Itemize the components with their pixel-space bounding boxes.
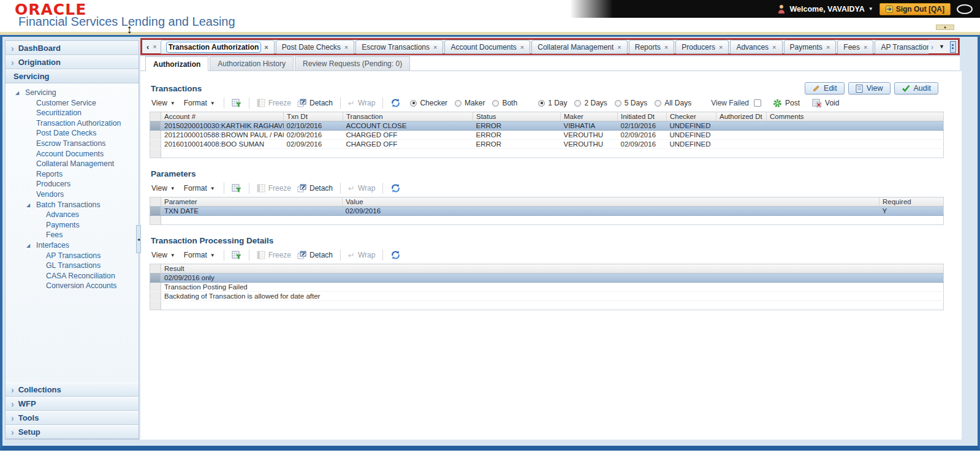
tree-item[interactable]: Collateral Management: [6, 159, 139, 169]
row-gutter[interactable]: [150, 283, 161, 292]
close-tab-icon[interactable]: ×: [826, 44, 830, 51]
close-tab-icon[interactable]: ×: [664, 44, 668, 51]
freeze-button[interactable]: Freeze: [254, 97, 294, 109]
tab[interactable]: Producers ×: [675, 40, 729, 54]
post-button[interactable]: Post: [770, 97, 803, 109]
tree-item[interactable]: GL Transactions: [6, 261, 139, 271]
column-header[interactable]: Result: [161, 264, 944, 273]
tree-item[interactable]: Interfaces: [6, 240, 139, 251]
row-gutter[interactable]: [150, 140, 161, 149]
radio-option[interactable]: 1 Day: [538, 99, 567, 107]
tree-item[interactable]: Escrow Transactions: [6, 139, 139, 149]
subtab[interactable]: Review Requests (Pending: 0): [295, 56, 410, 71]
tab[interactable]: Transaction Authorization ×: [161, 40, 275, 54]
tab[interactable]: Fees ×: [837, 40, 873, 54]
view-menu[interactable]: View ▼: [147, 97, 180, 109]
sidebar-section-header-servicing[interactable]: Servicing: [6, 69, 139, 83]
tree-item[interactable]: Reports: [6, 169, 139, 180]
tree-item[interactable]: Securitization: [6, 108, 139, 118]
tab[interactable]: Collateral Management ×: [531, 40, 628, 54]
row-gutter[interactable]: [150, 121, 161, 131]
user-menu[interactable]: Welcome, VAVAIDYA ▼: [777, 4, 873, 14]
wrap-button[interactable]: ↵ Wrap: [345, 183, 378, 194]
format-menu[interactable]: Format ▼: [180, 250, 219, 261]
tab-overflow-icon[interactable]: [950, 41, 956, 53]
sidebar-section-header[interactable]: › WFP: [6, 397, 139, 411]
tree-item[interactable]: Conversion Accounts: [6, 281, 139, 291]
view-menu[interactable]: View ▼: [147, 183, 180, 194]
wrap-button[interactable]: ↵ Wrap: [345, 250, 378, 261]
row-gutter[interactable]: [150, 292, 161, 301]
tree-item[interactable]: AP Transactions: [6, 251, 139, 261]
radio-option[interactable]: Maker: [455, 99, 485, 107]
column-header[interactable]: Initiated Dt: [618, 112, 667, 121]
row-gutter[interactable]: [150, 273, 161, 283]
table-row[interactable]: 20160100014008:BOO SUMAN 02/09/2016 CHAR…: [150, 140, 944, 149]
detach-button[interactable]: Detach: [294, 183, 336, 194]
tree-item[interactable]: Transaction Authorization: [6, 118, 139, 129]
sidebar-section-header[interactable]: › Origination: [6, 55, 139, 69]
table-row[interactable]: Transaction Posting Failed: [150, 283, 944, 292]
tree-item[interactable]: Customer Service: [6, 98, 139, 109]
column-header[interactable]: Account #: [161, 112, 284, 121]
column-header[interactable]: Status: [473, 112, 561, 121]
row-gutter[interactable]: [150, 207, 161, 216]
tree-item[interactable]: Payments: [6, 220, 139, 231]
subtab[interactable]: Authorization History: [210, 56, 294, 71]
refresh-icon[interactable]: [387, 97, 404, 109]
table-row[interactable]: Backdating of Transaction is allowed for…: [150, 292, 944, 301]
sidebar-collapse-handle[interactable]: ◂: [136, 225, 141, 253]
column-header[interactable]: Authorized Dt: [716, 112, 767, 121]
table-row[interactable]: TXN DATE 02/09/2016 Y: [150, 207, 944, 216]
close-tab-icon[interactable]: ×: [520, 44, 524, 51]
status-oval-icon[interactable]: [957, 4, 973, 14]
tab[interactable]: Reports ×: [629, 40, 674, 54]
tab[interactable]: AP Transactions ×: [875, 40, 928, 54]
tree-item[interactable]: Servicing: [6, 88, 139, 98]
column-header[interactable]: Required: [879, 197, 944, 207]
sidebar-section-header[interactable]: › Collections: [6, 383, 139, 397]
table-row[interactable]: 20121000010588:BROWN PAUL / PAULA 02/09/…: [150, 131, 944, 140]
column-header[interactable]: Txn Dt: [284, 112, 343, 121]
query-by-example-icon[interactable]: [229, 249, 245, 261]
close-tab-icon[interactable]: ×: [719, 44, 723, 51]
close-tab-icon[interactable]: ×: [264, 44, 268, 51]
close-icon[interactable]: ×: [151, 43, 160, 50]
tab[interactable]: Escrow Transactions ×: [355, 40, 443, 54]
sidebar-section-header[interactable]: › Tools: [6, 411, 139, 425]
row-gutter[interactable]: [150, 131, 161, 140]
radio-option[interactable]: Both: [492, 99, 517, 107]
table-row[interactable]: 02/09/2016 only: [150, 273, 944, 283]
column-header[interactable]: Maker: [561, 112, 618, 121]
subtab[interactable]: Authorization: [145, 56, 208, 71]
tab[interactable]: Account Documents ×: [444, 40, 530, 54]
scroll-tabs-right-icon[interactable]: ›: [929, 42, 936, 52]
radio-option[interactable]: 2 Days: [574, 99, 607, 107]
format-menu[interactable]: Format ▼: [180, 183, 219, 194]
header-collapse-handle[interactable]: ▲: [936, 25, 954, 30]
tab-list-dropdown-icon[interactable]: ▼: [936, 44, 948, 50]
tree-item[interactable]: Batch Transactions: [6, 200, 139, 210]
edit-button[interactable]: Edit: [805, 82, 845, 94]
tree-item[interactable]: Post Date Checks: [6, 128, 139, 139]
refresh-icon[interactable]: [387, 182, 404, 194]
query-by-example-icon[interactable]: [229, 97, 245, 109]
column-header[interactable]: Comments: [767, 112, 944, 121]
freeze-button[interactable]: Freeze: [254, 250, 294, 261]
tab[interactable]: Payments ×: [784, 40, 837, 54]
format-menu[interactable]: Format ▼: [180, 97, 219, 109]
sign-out-button[interactable]: Sign Out [QA]: [879, 3, 951, 15]
table-row[interactable]: 20150200010030:KARTHIK RAGHAVEN... 02/10…: [150, 121, 944, 131]
column-header[interactable]: Parameter: [161, 197, 343, 207]
radio-option[interactable]: 5 Days: [615, 99, 647, 107]
tab[interactable]: Post Date Checks ×: [276, 40, 354, 54]
tree-item[interactable]: Fees: [6, 230, 139, 240]
view-failed-checkbox[interactable]: [754, 99, 761, 107]
audit-button[interactable]: Audit: [894, 82, 939, 94]
radio-option[interactable]: All Days: [655, 99, 691, 107]
tree-item[interactable]: Advances: [6, 210, 139, 220]
close-tab-icon[interactable]: ×: [864, 44, 867, 51]
view-menu[interactable]: View ▼: [147, 250, 180, 261]
close-tab-icon[interactable]: ×: [617, 44, 621, 51]
detach-button[interactable]: Detach: [294, 97, 336, 109]
